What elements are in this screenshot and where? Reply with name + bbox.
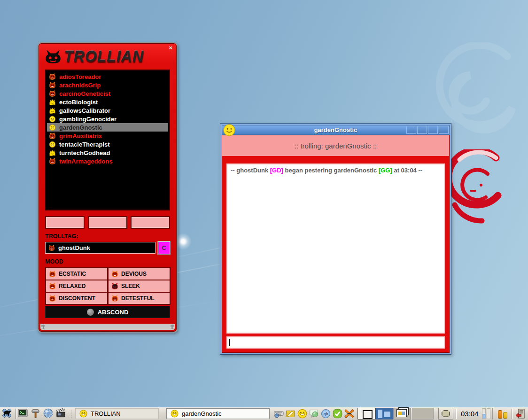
chum-name: twinArmageddons (59, 158, 112, 165)
trolltag-value: ghostDunk (58, 244, 90, 251)
chum-name: grimAuxiliatrix (59, 132, 102, 140)
task-label: gardenGnostic (182, 410, 222, 417)
mood-devil-frown-icon (49, 295, 56, 302)
mood-grid: ECSTATIC DEVIOUS RELAXED SLEEK DISCONTEN… (45, 267, 170, 304)
notes-icon[interactable] (285, 409, 295, 419)
chum-name: gardenGnostic (59, 124, 102, 131)
gauge-bar (487, 408, 490, 419)
web-browser-icon (43, 408, 55, 420)
chum-row[interactable]: grimAuxiliatrix (47, 132, 168, 140)
message-segment: [GG] (379, 167, 392, 174)
smiley-task-icon (171, 410, 179, 418)
keyboard-layout-icon[interactable] (273, 409, 284, 419)
mood-devil-grin-icon (49, 82, 56, 89)
mood-devil-sly-icon (111, 295, 118, 302)
message-segment: began pestering gardenGnostic (283, 167, 379, 174)
trolltag-input[interactable]: ghostDunk (45, 242, 155, 254)
chat-titlebar[interactable]: gardenGnostic (222, 125, 450, 135)
mood-devil-black-icon (111, 283, 118, 290)
cut-icon[interactable] (344, 409, 354, 419)
desktop: × TROLLIAN adiosToreador arachnidsGrip (0, 0, 528, 420)
show-desktop-button[interactable] (438, 408, 453, 420)
smiley-task-icon (79, 410, 87, 418)
mood-button[interactable]: DETESTFUL (108, 292, 171, 305)
trollian-tray-icon[interactable] (297, 409, 307, 419)
mood-button-label: RELAXED (59, 283, 85, 289)
abscond-button[interactable]: ABSCOND (45, 306, 170, 318)
action-button[interactable] (88, 216, 127, 229)
chum-row[interactable]: adiosToreador (47, 72, 168, 81)
chum-row[interactable]: gamblingGenocider (47, 115, 168, 123)
chum-row[interactable]: gardenGnostic (47, 123, 168, 132)
chat-bubble-icon[interactable] (309, 409, 319, 419)
mood-devil-frown-icon (49, 158, 56, 165)
mood-button[interactable]: SLEEK (108, 280, 171, 293)
taskbar-task-TROLLIAN[interactable]: TROLLIAN (75, 408, 159, 419)
taskbar-task-gardenGnostic[interactable]: gardenGnostic (166, 408, 270, 419)
chum-row[interactable]: carcinoGeneticist (47, 89, 168, 98)
logout-button[interactable] (514, 408, 527, 420)
close-icon[interactable]: × (169, 45, 172, 51)
window-control-button[interactable] (417, 126, 427, 134)
message-segment: -- ghostDunk (231, 167, 270, 174)
workspace-2-button[interactable] (375, 408, 393, 420)
chum-name: tentacleTherapist (59, 141, 110, 148)
mood-button[interactable]: RELAXED (45, 280, 108, 293)
hammer-icon (30, 408, 43, 420)
svg-text:qb: qb (323, 412, 328, 416)
mood-slime-icon (49, 149, 56, 156)
window-control-button[interactable] (406, 126, 416, 134)
action-button[interactable] (131, 216, 170, 229)
mood-button-label: DEVIOUS (121, 271, 147, 277)
trollian-menubar (39, 43, 177, 47)
chum-row[interactable]: tentacleTherapist (47, 140, 168, 148)
mood-smiley-icon (49, 141, 56, 148)
start-menu-button[interactable] (1, 408, 14, 420)
chum-name: gallowsCalibrator (59, 107, 110, 114)
mood-button[interactable]: DISCONTENT (45, 292, 108, 305)
workspace-pager (357, 408, 411, 420)
chum-row[interactable]: gallowsCalibrator (47, 106, 168, 115)
mood-slime-icon (49, 107, 56, 114)
chum-row[interactable]: arachnidsGrip (47, 81, 168, 89)
web-browser-button[interactable] (43, 408, 55, 420)
chat-message-input[interactable] (226, 336, 445, 349)
mood-smiley-icon (49, 116, 56, 123)
taskbar-separator (456, 409, 456, 419)
taskbar-separator (512, 409, 512, 419)
chum-row[interactable]: turntechGodhead (47, 148, 168, 157)
show-desktop-icon (442, 410, 450, 417)
qbittorrent-icon[interactable]: qb (320, 409, 331, 419)
trollian-logo: TROLLIAN (39, 47, 177, 67)
action-button[interactable] (45, 216, 85, 229)
color-picker-button[interactable]: C (158, 241, 170, 254)
chat-log: -- ghostDunk [GD] began pestering garden… (226, 163, 445, 334)
mood-devil-grin-icon (49, 283, 56, 290)
chat-body: :: trolling: gardenGnostic :: -- ghostDu… (222, 135, 450, 353)
window-control-button[interactable] (428, 126, 438, 134)
workspace-1-button[interactable] (357, 408, 375, 420)
task-area: TROLLIANgardenGnostic (74, 408, 270, 419)
cpu-bars-icon (498, 408, 507, 420)
taskbar-separator (16, 409, 16, 419)
text-caret (229, 339, 230, 346)
mood-devil-grin-icon (49, 90, 56, 97)
launcher-area (1, 408, 68, 420)
mood-button[interactable]: DEVIOUS (108, 267, 171, 280)
hammer-button[interactable] (30, 408, 43, 420)
terminal-button[interactable] (17, 408, 30, 420)
media-button[interactable] (55, 408, 68, 420)
workspace-3-button[interactable] (393, 408, 411, 420)
chum-name: arachnidsGrip (59, 82, 101, 89)
smiley-window-icon (223, 124, 235, 136)
trolltag-mood-icon (48, 245, 55, 251)
trollian-window: × TROLLIAN adiosToreador arachnidsGrip (38, 42, 178, 333)
mood-devil-sly-icon (111, 271, 118, 278)
chum-row[interactable]: twinArmageddons (47, 157, 168, 165)
chum-row[interactable]: ectoBiologist (47, 98, 168, 106)
media-icon (55, 408, 68, 420)
trolltag-label: TROLLTAG: (45, 233, 170, 240)
window-control-button[interactable] (439, 126, 449, 134)
checkmark-icon[interactable] (332, 409, 342, 419)
mood-button[interactable]: ECSTATIC (45, 267, 108, 280)
